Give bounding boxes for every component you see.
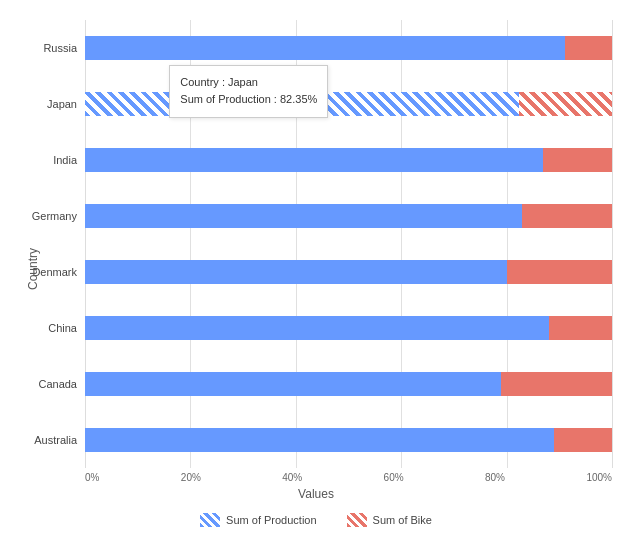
bar-bike [522, 204, 612, 228]
bar-label: Japan [7, 98, 77, 110]
bars-container: RussiaJapanIndiaGermanyDenmarkChinaCanad… [85, 20, 612, 468]
legend-item-bike: Sum of Bike [347, 513, 432, 527]
tooltip: Country : Japan Sum of Production : 82.3… [169, 65, 328, 118]
chart-container: Country RussiaJapanIndiaGermanyDenmarkCh… [0, 0, 632, 537]
bar-bike [501, 372, 612, 396]
bar-label: Russia [7, 42, 77, 54]
legend: Sum of Production Sum of Bike [0, 513, 632, 527]
table-row[interactable]: India [85, 145, 612, 175]
bar-production [85, 36, 565, 60]
bar-label: Germany [7, 210, 77, 222]
legend-label-bike: Sum of Bike [373, 514, 432, 526]
x-tick-100: 100% [586, 472, 612, 483]
x-tick-80: 80% [485, 472, 505, 483]
x-axis-label: Values [0, 487, 632, 501]
legend-label-production: Sum of Production [226, 514, 317, 526]
bar-bike [543, 148, 612, 172]
bar-bike [549, 316, 612, 340]
bar-production [85, 372, 501, 396]
y-axis-label: Country [26, 247, 40, 289]
bar-bike [565, 36, 612, 60]
table-row[interactable]: Canada [85, 369, 612, 399]
bar-production [85, 148, 543, 172]
bar-production [85, 428, 554, 452]
bar-production [85, 260, 507, 284]
bar-bike [507, 260, 612, 284]
table-row[interactable]: Japan [85, 89, 612, 119]
bar-bike [519, 92, 612, 116]
bar-label: India [7, 154, 77, 166]
bar-production [85, 316, 549, 340]
bar-label: Canada [7, 378, 77, 390]
bar-label: China [7, 322, 77, 334]
x-tick-60: 60% [384, 472, 404, 483]
x-tick-0: 0% [85, 472, 99, 483]
table-row[interactable]: Denmark [85, 257, 612, 287]
table-row[interactable]: Russia [85, 33, 612, 63]
bar-production [85, 204, 522, 228]
chart-area: RussiaJapanIndiaGermanyDenmarkChinaCanad… [85, 20, 612, 468]
x-tick-20: 20% [181, 472, 201, 483]
table-row[interactable]: Germany [85, 201, 612, 231]
tooltip-value: Sum of Production : 82.35% [180, 91, 317, 109]
x-axis: 0% 20% 40% 60% 80% 100% [85, 468, 612, 483]
tooltip-country: Country : Japan [180, 74, 317, 92]
x-tick-40: 40% [282, 472, 302, 483]
legend-item-production: Sum of Production [200, 513, 317, 527]
legend-swatch-production [200, 513, 220, 527]
bar-bike [554, 428, 612, 452]
bar-label: Australia [7, 434, 77, 446]
bar-label: Denmark [7, 266, 77, 278]
table-row[interactable]: China [85, 313, 612, 343]
table-row[interactable]: Australia [85, 425, 612, 455]
legend-swatch-bike [347, 513, 367, 527]
